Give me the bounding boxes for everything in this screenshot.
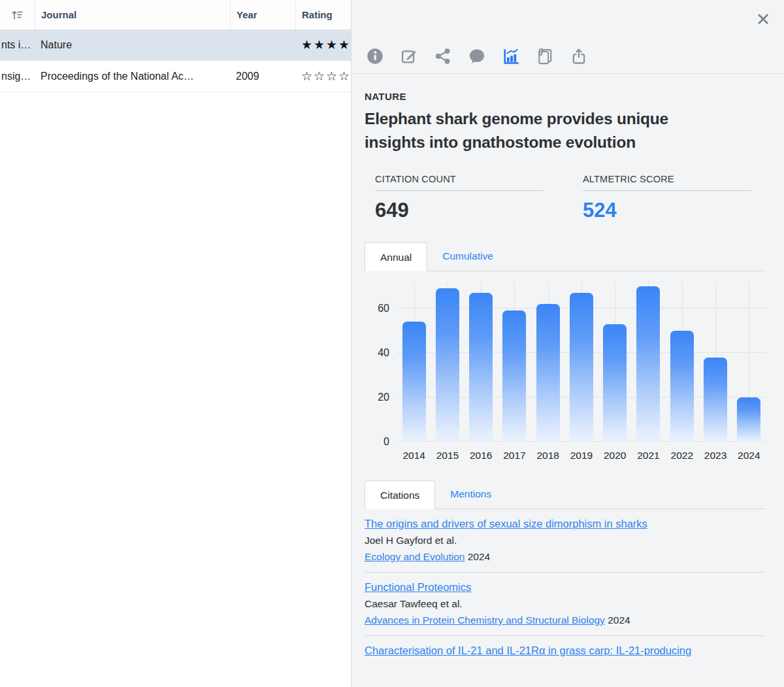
altmetric-score-label: ALTMETRIC SCORE [583,174,751,191]
detail-toolbar [366,47,588,65]
citation-list: The origins and drivers of sexual size d… [365,509,766,666]
bar-2018[interactable] [536,304,560,442]
export-icon[interactable] [570,47,588,65]
citations-bar-chart: 0204060 20142015201620172018201920202021… [365,282,766,461]
column-header-year[interactable]: Year [230,0,295,29]
journal-label: NATURE [365,91,766,102]
citation-count-metric: CITATION COUNT 649 [375,174,544,222]
metrics-icon[interactable] [502,47,520,65]
citation-authors: Joel H Gayford et al. [365,535,766,546]
citation-entry: The origins and drivers of sexual size d… [365,509,766,573]
citation-entry: Functional Proteomics Caesar Tawfeeq et … [365,573,766,636]
bar-2022[interactable] [670,331,694,442]
sort-ascending-icon [10,8,25,22]
citation-year: 2024 [608,614,630,626]
y-tick-label: 60 [378,303,389,314]
chart-plot-area [397,282,766,442]
tab-citations[interactable]: Citations [365,480,435,509]
row-journal: Proceedings of the National Ac… [35,71,230,82]
chart-x-axis: 2014201520162017201820192020202120222023… [397,450,766,461]
citation-count-value: 649 [375,199,544,222]
row-title-fragment: nts i… [0,39,35,51]
bar-2016[interactable] [469,293,493,442]
citation-journal-link[interactable]: Ecology and Evolution [365,551,465,562]
altmetric-score-value: 524 [583,199,751,222]
citation-count-label: CITATION COUNT [375,174,544,191]
chart-y-axis: 0204060 [365,282,397,442]
x-tick-label: 2014 [397,450,431,461]
y-tick-label: 0 [384,436,389,448]
tab-annual[interactable]: Annual [365,243,427,271]
paper-title: Elephant shark genome provides unique in… [365,107,721,154]
bar-2019[interactable] [570,293,593,442]
bar-2023[interactable] [704,358,727,442]
altmetric-score-metric: ALTMETRIC SCORE 524 [583,174,751,222]
citation-authors: Caesar Tawfeeq et al. [365,598,766,610]
x-tick-label: 2023 [698,450,732,461]
y-tick-label: 40 [378,347,389,359]
bar-2014[interactable] [402,322,426,442]
column-header-journal[interactable]: Journal [35,0,230,29]
row-year: 2009 [230,71,295,82]
metrics-row: CITATION COUNT 649 ALTMETRIC SCORE 524 [375,174,766,222]
edit-icon[interactable] [400,47,418,65]
x-tick-label: 2022 [665,450,698,461]
tab-cumulative[interactable]: Cumulative [427,242,508,271]
citation-entry: Characterisation of IL-21 and IL-21Rα in… [365,636,766,666]
attachments-icon[interactable] [536,47,554,65]
x-tick-label: 2017 [498,450,531,461]
bar-2020[interactable] [603,324,627,442]
x-tick-label: 2019 [564,450,598,461]
x-tick-label: 2021 [632,450,665,461]
tab-mentions[interactable]: Mentions [435,480,506,509]
bar-2024[interactable] [737,397,760,442]
x-tick-label: 2018 [531,450,564,461]
citation-title-link[interactable]: Functional Proteomics [365,581,471,593]
sort-button[interactable] [0,0,35,29]
citation-title-link[interactable]: The origins and drivers of sexual size d… [365,518,647,529]
x-tick-label: 2015 [431,450,464,461]
x-tick-label: 2024 [732,450,766,461]
x-tick-label: 2020 [598,450,632,461]
row-title-fragment: nsig… [0,71,35,82]
citation-year: 2024 [468,551,490,562]
x-tick-label: 2016 [465,450,498,461]
info-icon[interactable] [366,47,384,65]
chart-tabs: Annual Cumulative [365,242,766,271]
comment-icon[interactable] [468,47,486,65]
panel-header: ✕ [351,0,784,74]
citation-journal-link[interactable]: Advances in Protein Chemistry and Struct… [365,614,605,626]
share-icon[interactable] [434,47,452,65]
list-tabs: Citations Mentions [365,480,766,509]
close-icon[interactable]: ✕ [753,9,774,30]
citation-title-link[interactable]: Characterisation of IL-21 and IL-21Rα in… [365,645,691,656]
detail-panel: ✕ [351,0,784,687]
bar-2021[interactable] [636,286,660,442]
bar-2015[interactable] [436,288,459,442]
y-tick-label: 20 [378,392,389,403]
row-journal: Nature [35,39,230,51]
bar-2017[interactable] [502,310,526,442]
